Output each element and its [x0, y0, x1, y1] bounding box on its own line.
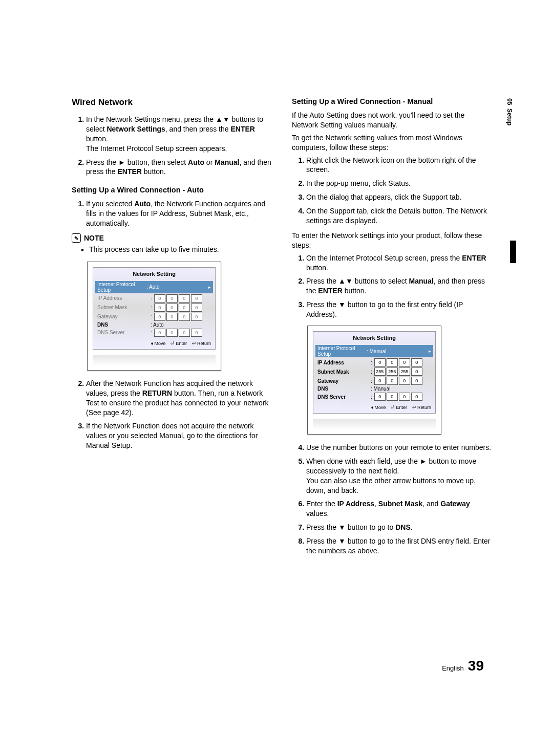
screenshot-manual: Network Setting Internet Protocol Setup …: [307, 326, 441, 435]
steps-auto-2: After the Network Function has acquired …: [72, 379, 271, 450]
list-item: Enter the IP Address, Subnet Mask, and G…: [306, 499, 492, 519]
right-column: Setting Up a Wired Connection - Manual I…: [292, 97, 492, 561]
list-item: Press the ▼ button to go to DNS.: [306, 523, 492, 532]
paragraph: If the Auto Setting does not work, you'l…: [292, 111, 492, 130]
subheading-auto: Setting Up a Wired Connection - Auto: [72, 186, 271, 194]
page-footer: English 39: [442, 658, 484, 674]
steps-intro: In the Network Settings menu, press the …: [72, 115, 271, 177]
row-subnet-mask: Subnet Mask 0 0 0 0: [97, 304, 211, 312]
list-item: On the Support tab, click the Details bu…: [306, 206, 492, 226]
hint-return: ↩ Return: [412, 405, 431, 410]
row-dns-server: DNS Server 0 0 0 0: [97, 329, 211, 337]
list-item: This process can take up to five minutes…: [89, 245, 271, 254]
paragraph: To enter the Network settings into your …: [292, 231, 492, 250]
list-item: When done with each field, use the ► but…: [306, 457, 492, 495]
note-label: NOTE: [84, 234, 104, 242]
chevron-right-icon: ▸: [429, 349, 431, 354]
note-icon: ✎: [72, 233, 81, 243]
row-gateway: Gateway 0 0 0 0: [317, 377, 431, 385]
list-item: On the dialog that appears, click the Su…: [306, 192, 492, 202]
chapter-number: 05: [506, 98, 513, 105]
page-number: 39: [468, 658, 484, 674]
hint-enter: ⏎ Enter: [171, 341, 187, 346]
steps-windows: Right click the Network icon on the bott…: [292, 156, 492, 226]
list-item: If you selected Auto, the Network Functi…: [86, 199, 271, 228]
list-item: After the Network Function has acquired …: [86, 379, 271, 418]
row-protocol-setup: Internet Protocol Setup : Manual ▸: [315, 345, 433, 357]
list-item: In the pop-up menu, click Status.: [306, 179, 492, 188]
list-item: Right click the Network icon on the bott…: [306, 156, 492, 175]
note-list: This process can take up to five minutes…: [72, 245, 271, 254]
hint-bar: ♦ Move ⏎ Enter ↩ Return: [317, 405, 431, 410]
row-gateway: Gateway 0 0 0 0: [97, 313, 211, 321]
footer-language: English: [442, 664, 464, 672]
row-dns: DNS : Manual: [317, 386, 431, 392]
chevron-right-icon: ▸: [208, 285, 211, 290]
row-ip-address: IP Address 0 0 0 0: [97, 294, 211, 303]
reflection: [313, 419, 436, 430]
note-heading: ✎ NOTE: [72, 233, 271, 243]
thumb-index-marker: [510, 241, 516, 263]
hint-bar: ♦ Move ⏎ Enter ↩ Return: [97, 341, 211, 346]
hint-enter: ⏎ Enter: [391, 405, 407, 410]
list-item: Use the number buttons on your remote to…: [306, 443, 492, 452]
screen-title: Network Setting: [317, 334, 431, 344]
left-column: Wired Network In the Network Settings me…: [72, 97, 271, 561]
row-subnet-mask: Subnet Mask 255 255 255 0: [317, 368, 431, 376]
list-item: Press the ▲▼ buttons to select Manual, a…: [306, 276, 492, 296]
row-protocol-setup: Internet Protocol Setup : Auto ▸: [95, 281, 213, 293]
hint-move: ♦ Move: [151, 341, 166, 346]
hint-return: ↩ Return: [192, 341, 211, 346]
list-item: Press the ▼ button to go to the first DN…: [306, 536, 492, 556]
list-item: In the Network Settings menu, press the …: [86, 115, 271, 154]
reflection: [93, 355, 216, 366]
chapter-name: Setup: [506, 109, 513, 125]
subheading-manual: Setting Up a Wired Connection - Manual: [292, 97, 492, 105]
steps-enter-1: On the Internet Protocol Setup screen, p…: [292, 253, 492, 319]
list-item: On the Internet Protocol Setup screen, p…: [306, 253, 492, 273]
heading-wired-network: Wired Network: [72, 97, 271, 107]
screenshot-auto: Network Setting Internet Protocol Setup …: [87, 262, 221, 371]
list-item: If the Network Function does not acquire…: [86, 421, 271, 450]
row-dns-server: DNS Server 0 0 0 0: [317, 393, 431, 401]
hint-move: ♦ Move: [371, 405, 386, 410]
chapter-side-tab: 05 Setup: [506, 98, 513, 125]
steps-enter-2: Use the number buttons on your remote to…: [292, 443, 492, 556]
list-item: Press the ▼ button to go to the first en…: [306, 300, 492, 319]
list-item: Press the ► button, then select Auto or …: [86, 158, 271, 177]
screen-title: Network Setting: [97, 270, 211, 280]
paragraph: To get the Network setting values from m…: [292, 133, 492, 153]
row-ip-address: IP Address 0 0 0 0: [317, 358, 431, 366]
steps-auto-1: If you selected Auto, the Network Functi…: [72, 199, 271, 228]
row-dns: DNS : Auto: [97, 322, 211, 328]
